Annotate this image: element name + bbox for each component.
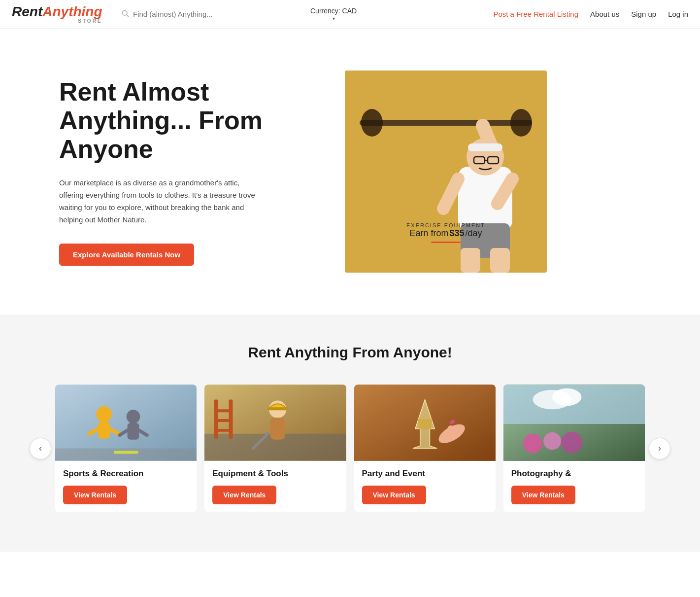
category-card-sports: Sports & Recreation View Rentals [55, 385, 197, 512]
carousel-wrapper: ‹ [0, 385, 700, 512]
card-image-party [354, 385, 496, 461]
hero-cta-button[interactable]: Explore Available Rentals Now [59, 244, 194, 266]
svg-rect-37 [268, 407, 288, 410]
header: RentAnything STORE Currency: CAD ▾ Post … [0, 0, 700, 29]
svg-point-49 [552, 388, 581, 406]
hero-caption-earn: Earn from $35 /day [345, 228, 547, 239]
hero-section: Rent Almost Anything... From Anyone Our … [0, 29, 700, 315]
currency-selector[interactable]: Currency: CAD ▾ [310, 7, 357, 21]
svg-point-51 [543, 432, 561, 450]
categories-title: Rent Anything From Anyone! [0, 344, 700, 361]
main-nav: Post a Free Rental Listing About us Sign… [493, 10, 688, 18]
svg-rect-2 [360, 120, 532, 126]
carousel-prev-button[interactable]: ‹ [30, 438, 51, 459]
search-icon [121, 9, 129, 19]
card-title-party: Party and Event [362, 469, 488, 479]
nav-signup[interactable]: Sign up [631, 10, 656, 18]
hero-left: Rent Almost Anything... From Anyone Our … [59, 77, 315, 266]
hero-right: EXERCISE EQUIPMENT Earn from $35 /day [335, 70, 547, 273]
card-body-party: Party and Event View Rentals [354, 461, 496, 512]
hero-caption: EXERCISE EQUIPMENT Earn from $35 /day [345, 222, 547, 243]
svg-point-21 [96, 406, 112, 422]
svg-point-50 [523, 434, 542, 454]
svg-rect-38 [270, 418, 285, 440]
hero-earn-price: $35 [449, 228, 464, 239]
hero-image: EXERCISE EQUIPMENT Earn from $35 /day [345, 70, 547, 273]
card-image-equipment [204, 385, 346, 461]
currency-label: Currency: CAD [310, 7, 357, 15]
hero-underline-decoration [431, 242, 461, 243]
svg-rect-33 [214, 409, 233, 412]
svg-rect-15 [461, 248, 480, 273]
hero-description: Our marketplace is as diverse as a grand… [59, 177, 266, 226]
svg-rect-17 [478, 145, 492, 150]
svg-rect-20 [114, 451, 138, 454]
svg-rect-35 [214, 429, 233, 432]
card-body-equipment: Equipment & Tools View Rentals [204, 461, 346, 512]
svg-marker-42 [417, 419, 432, 429]
svg-rect-26 [128, 423, 139, 440]
card-title-equipment: Equipment & Tools [212, 469, 338, 479]
logo-anything: Anything [42, 4, 102, 19]
svg-rect-16 [490, 248, 510, 273]
card-body-sports: Sports & Recreation View Rentals [55, 461, 197, 512]
card-image-photo [503, 385, 645, 461]
svg-point-25 [127, 410, 140, 423]
nav-post-listing[interactable]: Post a Free Rental Listing [493, 10, 578, 18]
card-btn-equipment[interactable]: View Rentals [212, 486, 276, 504]
hero-title: Rent Almost Anything... From Anyone [59, 77, 315, 164]
nav-login[interactable]: Log in [668, 10, 688, 18]
logo-store: STORE [12, 19, 102, 24]
category-card-party: Party and Event View Rentals [354, 385, 496, 512]
currency-chevron-down-icon: ▾ [333, 16, 335, 21]
svg-point-3 [361, 109, 383, 137]
category-card-photo: Photography & View Rentals [503, 385, 645, 512]
logo[interactable]: RentAnything STORE [12, 5, 115, 24]
svg-rect-34 [214, 419, 233, 422]
svg-line-12 [443, 179, 458, 209]
svg-rect-22 [98, 421, 110, 439]
card-body-photo: Photography & View Rentals [503, 461, 645, 512]
nav-about[interactable]: About us [590, 10, 619, 18]
svg-point-4 [510, 109, 532, 137]
hero-earn-per: /day [466, 228, 482, 239]
carousel-next-button[interactable]: › [649, 438, 670, 459]
logo-rent: Rent [12, 4, 42, 19]
search-input[interactable] [133, 10, 299, 18]
categories-section: Rent Anything From Anyone! ‹ [0, 315, 700, 552]
category-card-equipment: Equipment & Tools View Rentals [204, 385, 346, 512]
card-btn-sports[interactable]: View Rentals [63, 486, 127, 504]
cards-row: Sports & Recreation View Rentals [55, 385, 645, 512]
search-bar [121, 9, 299, 19]
card-title-photo: Photography & [511, 469, 637, 479]
hero-caption-category: EXERCISE EQUIPMENT [345, 222, 547, 228]
card-image-sports [55, 385, 197, 461]
svg-point-52 [561, 432, 583, 454]
card-title-sports: Sports & Recreation [63, 469, 189, 479]
svg-line-1 [127, 14, 129, 16]
hero-earn-prefix: Earn from [409, 228, 448, 239]
card-btn-photo[interactable]: View Rentals [511, 486, 575, 504]
card-btn-party[interactable]: View Rentals [362, 486, 426, 504]
svg-rect-19 [55, 449, 197, 461]
